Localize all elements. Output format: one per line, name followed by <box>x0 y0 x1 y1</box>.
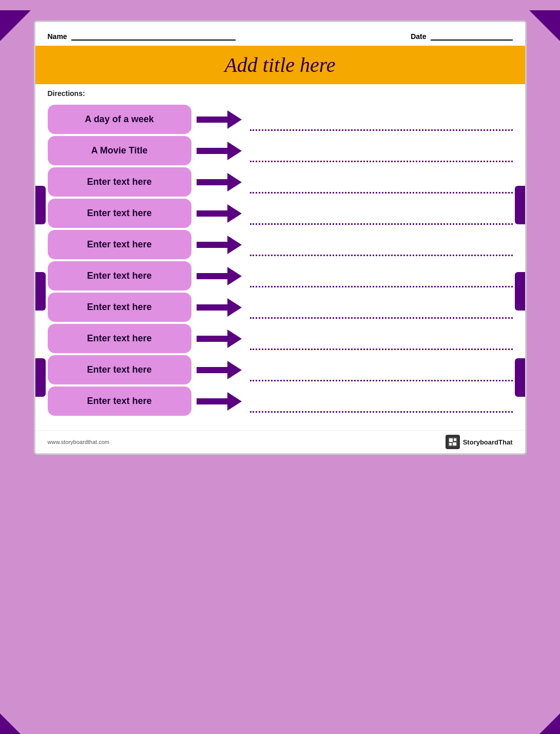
dotted-line-6 <box>250 286 513 287</box>
dotted-line-4 <box>250 223 513 225</box>
prompt-box-7[interactable]: Enter text here <box>48 293 191 322</box>
prompt-label-4: Enter text here <box>87 208 151 218</box>
left-tab-1 <box>35 186 46 224</box>
dotted-line-2 <box>250 161 513 162</box>
prompt-box-3[interactable]: Enter text here <box>48 167 191 197</box>
corner-bottom-left <box>0 713 31 734</box>
arrow-9 <box>197 361 242 379</box>
name-field: Name <box>48 30 236 41</box>
prompt-label-5: Enter text here <box>87 239 151 249</box>
arrow-shaft <box>197 117 227 123</box>
dotted-line-9 <box>250 380 513 381</box>
prompt-box-8[interactable]: Enter text here <box>48 324 191 353</box>
dotted-line-8 <box>250 349 513 350</box>
arrow-head <box>227 330 242 348</box>
dotted-line-10 <box>250 411 513 413</box>
prompt-box-9[interactable]: Enter text here <box>48 355 191 384</box>
prompt-label-1: A day of a week <box>85 114 153 124</box>
row-item: A day of a week <box>48 105 513 134</box>
arrow-head <box>227 142 242 160</box>
arrow-shaft <box>197 210 227 217</box>
right-tab-1 <box>515 186 525 224</box>
prompt-label-2: A Movie Title <box>91 145 147 156</box>
arrow-head <box>227 298 242 317</box>
arrow-shaft <box>197 398 227 404</box>
arrow-10 <box>197 392 242 411</box>
prompt-box-6[interactable]: Enter text here <box>48 261 191 291</box>
row-item: Enter text here <box>48 293 513 322</box>
prompt-label-7: Enter text here <box>87 302 151 312</box>
prompt-label-3: Enter text here <box>87 177 151 187</box>
sbt-logo-icon <box>446 435 460 449</box>
row-item: Enter text here <box>48 261 513 291</box>
arrow-head <box>227 110 242 129</box>
prompt-box-1[interactable]: A day of a week <box>48 105 191 134</box>
arrow-head <box>227 204 242 223</box>
svg-rect-3 <box>449 443 452 446</box>
dotted-line-3 <box>250 192 513 194</box>
footer: www.storyboardthat.com StoryboardThat <box>35 430 525 453</box>
arrow-7 <box>197 298 242 317</box>
corner-top-left <box>0 10 31 41</box>
prompt-box-2[interactable]: A Movie Title <box>48 136 191 165</box>
dotted-line-7 <box>250 317 513 319</box>
dotted-line-1 <box>250 129 513 131</box>
arrow-shaft <box>197 242 227 248</box>
arrow-shaft <box>197 179 227 185</box>
arrow-head <box>227 173 242 191</box>
row-item: Enter text here <box>48 355 513 384</box>
row-item: Enter text here <box>48 167 513 197</box>
arrow-8 <box>197 330 242 348</box>
arrow-3 <box>197 173 242 191</box>
arrow-shaft <box>197 148 227 154</box>
dotted-line-5 <box>250 255 513 256</box>
right-tab-3 <box>515 358 525 397</box>
corner-top-right <box>529 10 560 41</box>
arrow-shaft <box>197 367 227 373</box>
directions-label: Directions: <box>48 89 85 98</box>
content-area: A day of a week A Movie Title <box>35 101 525 428</box>
title-bar: Add title here <box>35 46 525 84</box>
arrow-2 <box>197 142 242 160</box>
prompt-label-10: Enter text here <box>87 396 151 406</box>
svg-rect-4 <box>453 442 456 446</box>
footer-brand-area: StoryboardThat <box>446 435 513 449</box>
prompt-box-4[interactable]: Enter text here <box>48 199 191 228</box>
row-item: A Movie Title <box>48 136 513 165</box>
date-field: Date <box>411 30 512 41</box>
arrow-head <box>227 267 242 285</box>
name-label: Name <box>48 32 67 41</box>
svg-rect-2 <box>454 438 456 441</box>
corner-bottom-right <box>529 713 560 734</box>
row-item: Enter text here <box>48 230 513 259</box>
arrow-shaft <box>197 273 227 279</box>
page-wrapper: Name Date Add title here Directions: A d… <box>0 10 560 734</box>
date-label: Date <box>411 32 426 41</box>
arrow-head <box>227 236 242 254</box>
arrow-1 <box>197 110 242 129</box>
row-item: Enter text here <box>48 199 513 228</box>
arrow-4 <box>197 204 242 223</box>
directions-section: Directions: <box>35 84 525 101</box>
svg-rect-1 <box>449 438 453 442</box>
prompt-label-8: Enter text here <box>87 333 151 343</box>
left-tab-2 <box>35 272 46 311</box>
arrow-shaft <box>197 304 227 311</box>
prompt-box-5[interactable]: Enter text here <box>48 230 191 259</box>
arrow-6 <box>197 267 242 285</box>
prompt-label-6: Enter text here <box>87 271 151 281</box>
arrow-head <box>227 392 242 411</box>
main-title[interactable]: Add title here <box>46 53 515 77</box>
header-section: Name Date <box>35 22 525 46</box>
right-tab-2 <box>515 272 525 311</box>
date-line <box>431 30 513 41</box>
left-tab-3 <box>35 358 46 397</box>
row-item: Enter text here <box>48 387 513 416</box>
row-item: Enter text here <box>48 324 513 353</box>
prompt-label-9: Enter text here <box>87 364 151 375</box>
footer-brand-name: StoryboardThat <box>463 438 513 446</box>
arrow-5 <box>197 236 242 254</box>
arrow-head <box>227 361 242 379</box>
main-card: Name Date Add title here Directions: A d… <box>34 21 527 455</box>
prompt-box-10[interactable]: Enter text here <box>48 387 191 416</box>
